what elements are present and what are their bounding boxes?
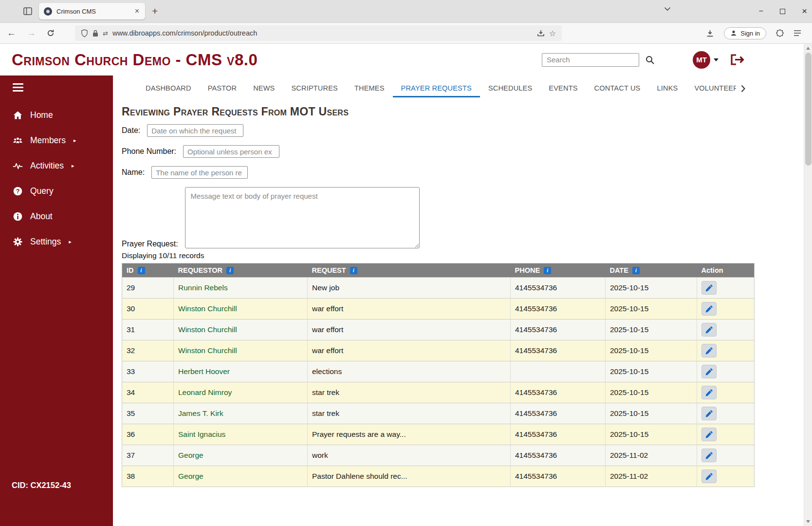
- submenu-arrow-icon: ▸: [69, 239, 72, 245]
- window-close-button[interactable]: ×: [802, 6, 807, 17]
- column-header-requestor[interactable]: REQUESTORi: [174, 263, 308, 278]
- column-header-id[interactable]: IDi: [122, 263, 174, 278]
- scrollbar-thumb[interactable]: [805, 53, 812, 166]
- edit-button[interactable]: [701, 302, 717, 316]
- sidebar-item-settings[interactable]: Settings▸: [0, 229, 113, 254]
- table-row: 31Winston Churchillwar effort41455347362…: [122, 319, 755, 340]
- main-layout: HomeMembers▸Activities▸?QueryAboutSettin…: [0, 75, 812, 526]
- pencil-icon: [705, 431, 713, 438]
- tab-volunteers[interactable]: VOLUNTEERS: [686, 79, 736, 97]
- column-header-request[interactable]: REQUESTi: [308, 263, 511, 278]
- lock-icon[interactable]: [92, 30, 98, 37]
- sidebar-item-query[interactable]: ?Query: [0, 178, 113, 204]
- sidebar-item-activities[interactable]: Activities▸: [0, 153, 113, 178]
- column-header-date[interactable]: DATEi: [606, 263, 697, 278]
- cell-id: 30: [122, 299, 174, 319]
- vertical-scrollbar[interactable]: [804, 44, 812, 526]
- reload-icon[interactable]: [47, 29, 55, 37]
- phone-field[interactable]: [183, 145, 279, 158]
- sidebar-item-members[interactable]: Members▸: [0, 128, 113, 153]
- edit-button[interactable]: [701, 386, 717, 399]
- sign-in-button[interactable]: Sign in: [724, 27, 766, 39]
- tab-prayer-requests[interactable]: PRAYER REQUESTS: [393, 79, 480, 97]
- sidebar-item-about[interactable]: About: [0, 204, 113, 229]
- avatar[interactable]: MT: [693, 51, 710, 69]
- scroll-down-icon[interactable]: [806, 520, 810, 523]
- scroll-up-icon[interactable]: [806, 47, 810, 50]
- search-icon[interactable]: [645, 55, 655, 65]
- maximize-button[interactable]: [780, 9, 785, 14]
- cell-action: [697, 340, 755, 361]
- tab-links[interactable]: LINKS: [648, 79, 686, 97]
- browser-tab[interactable]: Crimson CMS ×: [39, 3, 145, 19]
- cell-requestor: Winston Churchill: [174, 340, 308, 361]
- tab-news[interactable]: NEWS: [245, 79, 283, 97]
- app-header: Crimson Church Demo - CMS v8.0 MT: [0, 44, 812, 75]
- tab-scriptures[interactable]: SCRIPTURES: [283, 79, 346, 97]
- tab-pastor[interactable]: PASTOR: [200, 79, 245, 97]
- edit-button[interactable]: [701, 449, 717, 462]
- sidebar-item-home[interactable]: Home: [0, 102, 113, 128]
- info-icon[interactable]: i: [544, 267, 551, 274]
- tab-themes[interactable]: THEMES: [346, 79, 393, 97]
- tab-contact-us[interactable]: CONTACT US: [586, 79, 649, 97]
- cell-request: star trek: [308, 382, 511, 403]
- tabs-overflow-chevron-icon[interactable]: [741, 85, 745, 93]
- url-bar[interactable]: ⇄ www.dibroapps.com/crimson/product/outr…: [75, 25, 562, 41]
- column-header-phone[interactable]: PHONEi: [511, 263, 606, 278]
- shield-icon[interactable]: [81, 29, 88, 38]
- name-field[interactable]: [151, 166, 248, 179]
- content: DASHBOARDPASTORNEWSSCRIPTURESTHEMESPRAYE…: [113, 75, 812, 526]
- tab-favicon-icon: [44, 7, 52, 16]
- info-icon[interactable]: i: [632, 267, 640, 274]
- save-page-icon[interactable]: [537, 29, 545, 37]
- tab-list-chevron-icon[interactable]: [664, 7, 671, 11]
- minimize-button[interactable]: −: [759, 7, 763, 16]
- new-tab-button[interactable]: +: [152, 5, 158, 17]
- tab-label: LINKS: [657, 84, 678, 92]
- edit-button[interactable]: [701, 323, 717, 337]
- tab-label: SCHEDULES: [488, 84, 532, 92]
- sidebar-item-label: Query: [30, 186, 54, 196]
- window-controls: − ×: [759, 0, 807, 22]
- permissions-icon[interactable]: ⇄: [103, 30, 108, 37]
- cell-date: 2025-11-02: [606, 466, 697, 487]
- date-field[interactable]: [147, 124, 243, 137]
- cell-phone: 4145534736: [511, 319, 606, 340]
- sidebar-toggle-icon[interactable]: [23, 7, 32, 15]
- column-header-action[interactable]: Action: [697, 263, 755, 278]
- info-icon[interactable]: i: [226, 267, 234, 274]
- cell-action: [697, 278, 755, 299]
- column-header-label: Action: [701, 266, 723, 274]
- edit-button[interactable]: [701, 407, 717, 420]
- avatar-caret-icon[interactable]: [714, 58, 719, 61]
- cell-requestor: Leonard Nimroy: [174, 382, 308, 403]
- hamburger-menu-icon[interactable]: [0, 75, 26, 92]
- tab-close-icon[interactable]: ×: [134, 7, 140, 16]
- tab-schedules[interactable]: SCHEDULES: [480, 79, 540, 97]
- bookmark-star-icon[interactable]: ☆: [549, 29, 556, 38]
- cell-request: New job: [308, 278, 511, 299]
- pencil-icon: [705, 410, 713, 417]
- cell-request: war effort: [308, 340, 511, 361]
- downloads-icon[interactable]: [706, 29, 714, 38]
- back-icon[interactable]: ←: [7, 28, 16, 38]
- tab-dashboard[interactable]: DASHBOARD: [137, 79, 200, 97]
- extensions-icon[interactable]: [776, 29, 784, 37]
- tab-label: NEWS: [253, 84, 275, 92]
- edit-button[interactable]: [701, 344, 717, 357]
- pencil-icon: [705, 284, 713, 292]
- forward-icon[interactable]: →: [27, 28, 36, 38]
- search-input[interactable]: [542, 53, 639, 67]
- edit-button[interactable]: [701, 428, 717, 441]
- edit-button[interactable]: [701, 470, 717, 483]
- info-icon[interactable]: i: [350, 267, 357, 274]
- edit-button[interactable]: [701, 365, 717, 378]
- tab-events[interactable]: EVENTS: [540, 79, 586, 97]
- prayer-request-field[interactable]: [185, 187, 420, 248]
- app-menu-icon[interactable]: [794, 30, 801, 37]
- edit-button[interactable]: [701, 281, 717, 295]
- info-icon[interactable]: i: [138, 267, 145, 274]
- form-row-name: Name:: [122, 166, 812, 179]
- logout-icon[interactable]: [729, 53, 745, 66]
